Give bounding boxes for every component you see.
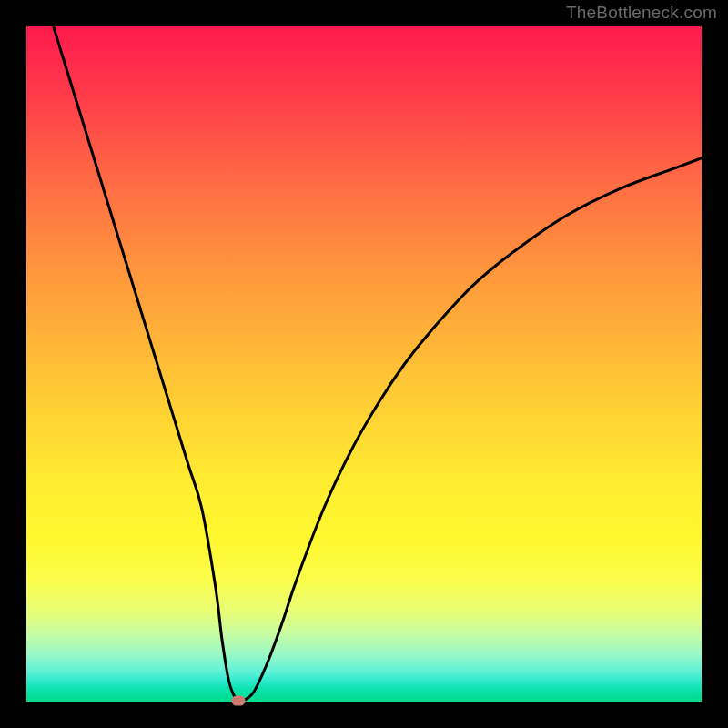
watermark-text: TheBottleneck.com (566, 3, 717, 23)
gradient-plot-area (26, 26, 702, 702)
minimum-marker (231, 695, 245, 705)
bottleneck-curve (26, 26, 702, 702)
chart-frame: TheBottleneck.com (0, 0, 728, 728)
